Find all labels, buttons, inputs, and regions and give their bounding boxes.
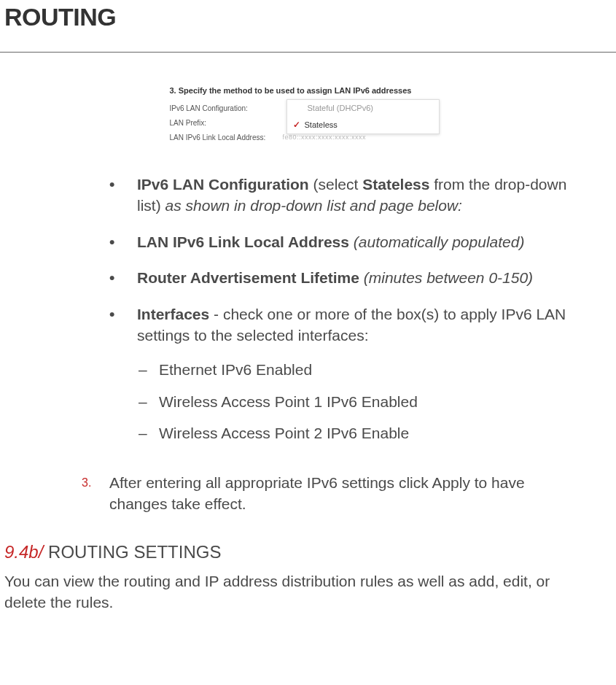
mock-blur-value: fe80::xxxx:xxxx:xxxx:xxxx bbox=[283, 133, 367, 141]
sub-bullet-list: –Ethernet IPv6 Enabled–Wireless Access P… bbox=[137, 359, 572, 444]
section-heading: 9.4b/ ROUTING SETTINGS bbox=[0, 542, 616, 562]
text-segment: LAN IPv6 Link Local Address bbox=[137, 233, 349, 250]
mock-label: LAN IPv6 Link Local Address: bbox=[170, 133, 283, 142]
sub-bullet-text: Wireless Access Point 1 IPv6 Enabled bbox=[159, 391, 418, 412]
bullet-body: IPv6 LAN Configuration (select Stateless… bbox=[137, 174, 572, 217]
sub-bullet-item: –Wireless Access Point 2 IPv6 Enable bbox=[137, 422, 572, 444]
check-icon: ✓ bbox=[293, 120, 300, 130]
sub-bullet-text: Wireless Access Point 2 IPv6 Enable bbox=[159, 422, 409, 444]
sub-bullet-marker: – bbox=[137, 422, 159, 444]
bullet-marker: • bbox=[109, 174, 137, 217]
bullet-item: •Interfaces - check one or more of the b… bbox=[109, 303, 572, 454]
text-segment: (automatically populated) bbox=[349, 233, 524, 250]
bullet-marker: • bbox=[109, 303, 137, 454]
sub-bullet-marker: – bbox=[137, 391, 159, 412]
bullet-item: •LAN IPv6 Link Local Address (automatica… bbox=[109, 231, 572, 252]
text-segment: (select bbox=[309, 176, 363, 193]
sub-bullet-text: Ethernet IPv6 Enabled bbox=[159, 359, 312, 380]
divider bbox=[0, 52, 616, 53]
mock-label: LAN Prefix: bbox=[170, 119, 283, 127]
bullet-body: Interfaces - check one or more of the bo… bbox=[137, 303, 572, 454]
num-marker: 3. bbox=[82, 472, 109, 515]
bullet-body: Router Advertisement Lifetime (minutes b… bbox=[137, 267, 572, 288]
bullet-list: •IPv6 LAN Configuration (select Stateles… bbox=[0, 174, 616, 454]
dropdown-option-stateful: Stateful (DHCPv6) bbox=[287, 100, 439, 116]
numbered-step: 3. After entering all appropriate IPv6 s… bbox=[0, 472, 616, 515]
content-area: 3. Specify the method to be used to assi… bbox=[0, 86, 616, 613]
bullet-marker: • bbox=[109, 267, 137, 288]
embedded-screenshot: 3. Specify the method to be used to assi… bbox=[0, 86, 616, 144]
num-text: After entering all appropriate IPv6 sett… bbox=[109, 472, 572, 515]
bullet-body: LAN IPv6 Link Local Address (automatical… bbox=[137, 231, 572, 252]
section-paragraph: You can view the routing and IP address … bbox=[0, 571, 616, 613]
section-number: 9.4b/ bbox=[4, 542, 43, 562]
mock-dropdown: Stateful (DHCPv6) ✓ Stateless bbox=[286, 99, 440, 134]
bullet-item: •IPv6 LAN Configuration (select Stateles… bbox=[109, 174, 572, 217]
section-title: ROUTING SETTINGS bbox=[43, 542, 221, 562]
text-segment: Router Advertisement Lifetime bbox=[137, 269, 359, 286]
sub-bullet-item: –Ethernet IPv6 Enabled bbox=[137, 359, 572, 380]
bullet-marker: • bbox=[109, 231, 137, 252]
num-item: 3. After entering all appropriate IPv6 s… bbox=[82, 472, 572, 515]
text-segment: as shown in drop-down list and page belo… bbox=[161, 197, 462, 214]
text-segment: Interfaces bbox=[137, 306, 209, 322]
bullet-item: •Router Advertisement Lifetime (minutes … bbox=[109, 267, 572, 288]
dropdown-option-label: Stateless bbox=[305, 120, 338, 129]
text-segment: (minutes between 0-150) bbox=[359, 269, 533, 286]
sub-bullet-item: –Wireless Access Point 1 IPv6 Enabled bbox=[137, 391, 572, 412]
mock-heading: 3. Specify the method to be used to assi… bbox=[170, 86, 447, 95]
text-segment: Stateless bbox=[362, 176, 429, 193]
page-title: ROUTING bbox=[0, 0, 616, 31]
mock-ui-panel: 3. Specify the method to be used to assi… bbox=[170, 86, 447, 144]
text-segment: IPv6 LAN Configuration bbox=[137, 176, 309, 193]
mock-label: IPv6 LAN Configuration: bbox=[170, 104, 283, 112]
sub-bullet-marker: – bbox=[137, 359, 159, 380]
dropdown-option-stateless: ✓ Stateless bbox=[287, 116, 439, 133]
dropdown-option-label: Stateful (DHCPv6) bbox=[308, 104, 373, 112]
